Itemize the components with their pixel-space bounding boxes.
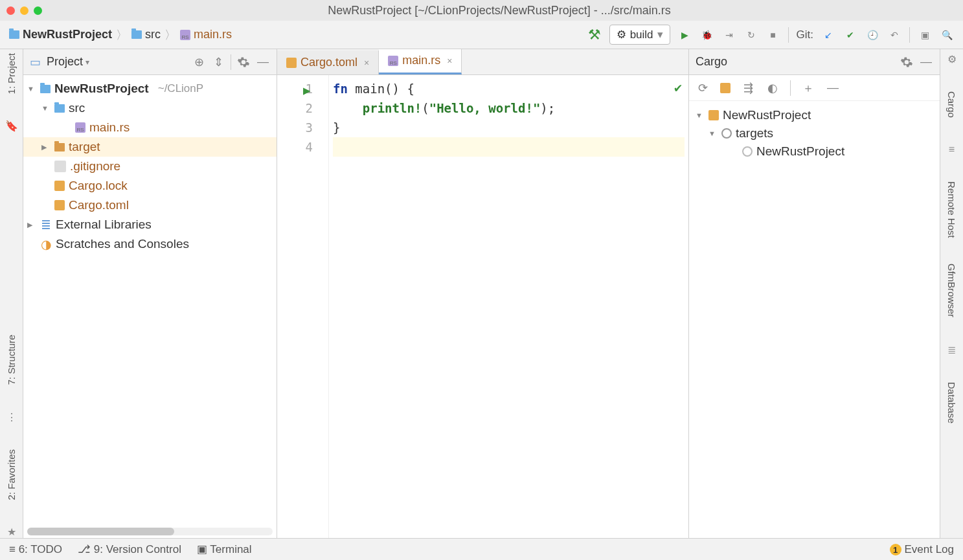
window-title: NewRustProject [~/CLionProjects/NewRustP… [42,4,957,17]
breadcrumb-project[interactable]: NewRustProject [9,28,112,41]
close-tab-button[interactable]: × [364,58,369,68]
run-anything-button[interactable]: ▣ [918,28,932,42]
refresh-button[interactable]: ⟳ [696,81,710,95]
editor-gutter[interactable]: ▶ 1 2 3 4 [277,75,329,538]
breadcrumb-file[interactable]: RS main.rs [180,28,232,41]
rail-cargo-tab[interactable]: Cargo [946,91,957,118]
tree-target[interactable]: ▶ target [23,137,277,157]
horizontal-scrollbar[interactable] [27,528,273,535]
separator [231,54,231,70]
file-icon [54,161,66,172]
remove-button[interactable]: — [826,81,840,95]
rust-icon: ⚙︎ [947,53,957,65]
tree-scratches[interactable]: ◑ Scratches and Consoles [23,234,277,254]
title-bar: NewRustProject [~/CLionProjects/NewRustP… [0,0,963,21]
cargo-root-label: NewRustProject [723,108,811,122]
code-editor[interactable]: ▶ 1 2 3 4 ✔ fn main() { println!("Hello,… [277,75,688,538]
collapse-button[interactable]: ⇶ [741,81,755,95]
editor-tabs: Cargo.toml × RS main.rs × [277,49,688,75]
folder-icon [54,143,65,151]
hide-panel-button[interactable]: — [919,55,933,69]
profile-button[interactable]: ↻ [744,28,758,42]
tree-gitignore[interactable]: .gitignore [23,157,277,176]
rail-project-tab[interactable]: 1: Project [6,53,17,94]
breadcrumb: NewRustProject 〉 src 〉 RS main.rs [9,27,232,43]
tree-cargotoml[interactable]: Cargo.toml [23,196,277,215]
tree-root-path: ~/CLionP [158,82,203,95]
cargo-tool-window: Cargo — ⟳ ⇶ ◐ ＋ — ▼ NewRustProject ▼ [688,49,940,538]
run-gutter-icon[interactable]: ▶ [303,80,310,100]
expander-icon[interactable]: ▼ [27,85,36,93]
maximize-window-button[interactable] [34,6,42,15]
code-line-1: fn main() { [333,79,685,98]
stop-button[interactable]: ■ [766,28,780,42]
expander-icon[interactable]: ▼ [696,111,705,119]
cargo-icon[interactable] [720,83,731,93]
status-vcs[interactable]: ⎇ 9: Version Control [78,543,181,556]
main-area: 1: Project 🔖 7: Structure ⋮ 2: Favorites… [0,49,963,538]
git-revert-button[interactable]: ↶ [887,28,901,42]
run-button[interactable]: ▶ [678,28,692,42]
cargo-root[interactable]: ▼ NewRustProject [693,106,936,124]
panel-settings-button[interactable] [236,55,251,69]
cargo-targets[interactable]: ▼ targets [693,124,936,142]
tree-root-label: NewRustProject [54,82,149,96]
minimize-window-button[interactable] [20,6,28,15]
scratch-icon: ◑ [40,238,52,250]
run-config-label: build [630,28,653,41]
search-everywhere-button[interactable]: 🔍 [940,28,954,42]
expander-icon[interactable]: ▼ [708,129,718,137]
toggle-button[interactable]: ◐ [765,81,780,95]
bookmark-icon[interactable]: 🔖 [5,120,18,132]
separator [790,80,791,96]
git-update-button[interactable]: ↙ [821,28,835,42]
rail-remote-tab[interactable]: Remote Host [946,181,957,238]
status-todo[interactable]: ≡ 6: TODO [9,543,62,556]
coverage-button[interactable]: ⇥ [722,28,736,42]
cargo-target-item[interactable]: NewRustProject [693,142,936,161]
build-button[interactable]: ⚒ [587,28,602,42]
status-eventlog[interactable]: 1 Event Log [890,543,954,556]
inspection-ok-icon[interactable]: ✔ [674,78,682,97]
tree-external-libs[interactable]: ▶ ≣ External Libraries [23,215,277,234]
tree-root[interactable]: ▼ NewRustProject ~/CLionP [23,79,277,98]
status-terminal[interactable]: ▣ Terminal [197,543,252,556]
project-tree[interactable]: ▼ NewRustProject ~/CLionP ▼ src RS main.… [23,75,277,528]
cargo-toolbar: ⟳ ⇶ ◐ ＋ — [689,75,940,101]
left-tool-rail: 1: Project 🔖 7: Structure ⋮ 2: Favorites… [0,49,23,538]
cargo-file-icon [286,58,297,68]
git-commit-button[interactable]: ✔ [843,28,857,42]
git-label: Git: [797,28,813,41]
tab-cargotoml[interactable]: Cargo.toml × [277,50,379,74]
tab-mainrs[interactable]: RS main.rs × [379,49,462,74]
editor-content[interactable]: ✔ fn main() { println!("Hello, world!");… [329,75,688,538]
add-button[interactable]: ＋ [801,81,815,95]
code-line-4 [333,137,685,157]
close-window-button[interactable] [6,6,15,15]
tree-cargolock[interactable]: Cargo.lock [23,176,277,196]
editor-area: Cargo.toml × RS main.rs × ▶ 1 2 3 4 ✔ fn… [277,49,688,538]
close-tab-button[interactable]: × [447,56,452,66]
expander-icon[interactable]: ▶ [41,143,51,151]
code-line-3: } [333,118,685,137]
line-number: 3 [281,118,313,137]
rail-gfm-tab[interactable]: GfmBrowser [946,263,957,317]
expander-icon[interactable]: ▶ [27,221,36,229]
tree-cargotoml-label: Cargo.toml [69,198,129,212]
project-view-selector[interactable]: Project ▾ [46,54,90,69]
tree-src[interactable]: ▼ src [23,98,277,118]
locate-button[interactable]: ⊕ [192,55,206,69]
rail-structure-tab[interactable]: 7: Structure [6,335,17,385]
hide-panel-button[interactable]: — [256,55,270,69]
expand-all-button[interactable]: ⇕ [211,55,225,69]
rail-favorites-tab[interactable]: 2: Favorites [6,449,17,500]
breadcrumb-folder[interactable]: src [131,28,161,41]
panel-settings-button[interactable] [900,55,914,69]
tree-mainrs[interactable]: RS main.rs [23,118,277,137]
run-config-selector[interactable]: ⚙︎ build ▾ [609,25,670,45]
git-history-button[interactable]: 🕘 [865,28,879,42]
cargo-tree[interactable]: ▼ NewRustProject ▼ targets NewRustProjec… [689,101,940,538]
expander-icon[interactable]: ▼ [41,104,51,112]
debug-button[interactable]: 🐞 [700,28,714,42]
rail-database-tab[interactable]: Database [946,382,957,423]
